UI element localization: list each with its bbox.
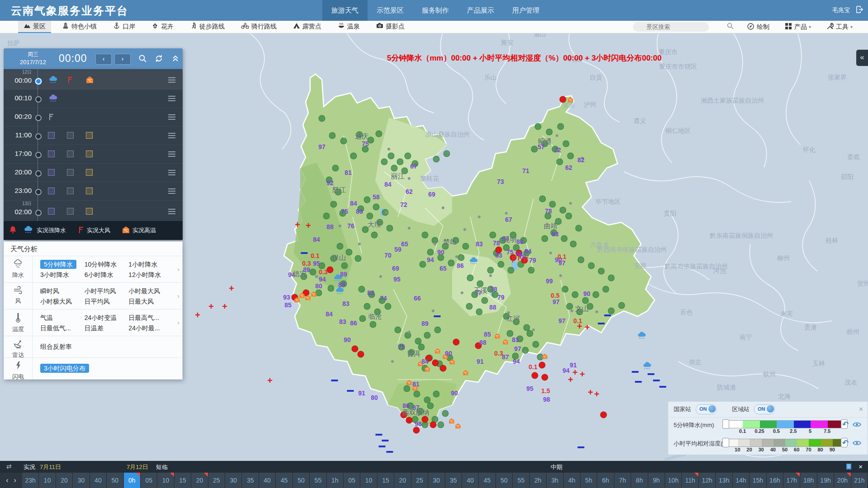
prev-time-button[interactable]: ‹ [95,54,112,65]
search-box[interactable] [633,22,709,32]
timeline-step-16h-44[interactable]: 16h [767,473,783,488]
toolbar-item-4[interactable]: 花卉 [146,21,179,32]
nav-item-4[interactable]: 产品展示 [462,0,500,21]
timeline-radio[interactable] [35,133,42,140]
timeline-step-05-19[interactable]: 05 [344,473,360,488]
row-menu-icon[interactable] [168,209,175,214]
search-input[interactable] [633,23,727,31]
group-expand-chevron[interactable]: › [177,266,179,273]
timeline-step-23h-0[interactable]: 23h [22,473,39,488]
timeline-step-55-29[interactable]: 55 [513,473,529,488]
timeline-next-arrow[interactable]: › [14,476,16,484]
timeline-step-50-5[interactable]: 50 [107,473,123,488]
toolbar-right-item-2[interactable]: 产品▾ [785,23,811,31]
list-view-icon[interactable] [846,463,852,471]
timeline-step-1h-18[interactable]: 1h [327,473,344,488]
timeline-step-30-3[interactable]: 30 [73,473,90,488]
ramp-undo-icon[interactable]: ↶ [842,420,849,429]
timeline-step-15-9[interactable]: 15 [175,473,191,488]
timeline-step-14h-42[interactable]: 14h [733,473,750,488]
timeline-step-35-25[interactable]: 35 [445,473,462,488]
timeline-step-2h-30[interactable]: 2h [530,473,547,488]
collapse-panel-icon[interactable] [171,54,179,65]
analysis-option-5分钟降水[interactable]: 5分钟降水 [40,259,85,270]
timeline-step-8h-36[interactable]: 8h [631,473,648,488]
timeline-step-10h-38[interactable]: 10h [665,473,682,488]
timeline-radio[interactable] [35,189,42,195]
analysis-option-24小时最...[interactable]: 24小时最... [128,323,173,333]
timeline-step-18h-46[interactable]: 18h [800,473,817,488]
analysis-option-日最低气...[interactable]: 日最低气... [40,323,85,333]
toolbar-item-5[interactable]: 徒步路线 [184,21,230,32]
panel-search-icon[interactable] [138,54,147,65]
analysis-option-1小时降水[interactable]: 1小时降水 [128,259,173,270]
user-name[interactable]: 毛兆宝 [832,6,850,14]
ramp-undo-icon[interactable]: ↶ [842,438,849,448]
timeline-step-55-17[interactable]: 55 [310,473,326,488]
group-expand-chevron[interactable]: › [177,292,179,300]
legend-close-icon[interactable]: × [859,405,863,413]
timeline-step-50-28[interactable]: 50 [496,473,513,488]
timeline-step-35-13[interactable]: 35 [242,473,259,488]
station-toggle-2[interactable]: ON [754,404,775,414]
analysis-option-3小时降水[interactable]: 3小时降水 [40,270,85,280]
nav-item-2[interactable]: 示范景区 [371,0,409,21]
timeline-step-13h-41[interactable]: 13h [716,473,732,488]
timeline-step-7h-35[interactable]: 7h [614,473,631,488]
timeline-step-45-15[interactable]: 45 [276,473,292,488]
timeline-prev-arrow[interactable]: ‹ [6,476,8,484]
timeline-step-40-26[interactable]: 40 [462,473,479,488]
toolbar-item-3[interactable]: 口岸 [108,21,141,32]
timeline-step-12h-40[interactable]: 12h [699,473,716,488]
logout-icon[interactable] [855,5,863,15]
toolbar-item-2[interactable]: 特色小镇 [57,21,102,32]
analysis-option-小时平均风[interactable]: 小时平均风 [85,286,129,296]
timeline-step-10-1[interactable]: 10 [39,473,56,488]
timeline-step-0h-6[interactable]: 0h [124,473,141,488]
timeline-step-50-16[interactable]: 50 [293,473,310,488]
toolbar-right-item-3[interactable]: 工具▾ [826,23,853,31]
swap-icon[interactable]: ⇄ [6,463,12,470]
timeline-step-30-24[interactable]: 30 [428,473,445,488]
timeline-step-20-2[interactable]: 20 [56,473,73,488]
timeline-close-icon[interactable]: × [859,463,863,470]
timeline-step-15h-43[interactable]: 15h [750,473,766,488]
toolbar-item-8[interactable]: 温泉 [332,21,365,32]
timeline-step-21h-49[interactable]: 21h [851,473,868,488]
nav-item-5[interactable]: 用户管理 [507,0,545,21]
analysis-option-24小时变温[interactable]: 24小时变温 [85,313,129,323]
timeline-radio[interactable] [35,210,42,216]
toolbar-item-6[interactable]: 骑行路线 [236,21,282,32]
next-time-button[interactable]: › [114,54,131,65]
nav-item-3[interactable]: 服务制作 [416,0,454,21]
timeline-step-9h-37[interactable]: 9h [648,473,665,488]
toolbar-item-7[interactable]: 露营点 [288,21,327,32]
analysis-option-6小时降水[interactable]: 6小时降水 [85,270,129,280]
ramp-visibility-icon[interactable] [853,440,861,448]
timeline-step-20-10[interactable]: 20 [191,473,208,488]
timeline-radio[interactable] [35,170,42,177]
analysis-option-日温差[interactable]: 日温差 [85,323,129,333]
toolbar-item-9[interactable]: 摄影点 [371,21,410,32]
timeline-step-5h-33[interactable]: 5h [580,473,597,488]
ramp-handle-left[interactable] [722,419,729,429]
timeline-step-45-27[interactable]: 45 [479,473,495,488]
refresh-icon[interactable] [155,54,163,65]
timeline-step-3h-31[interactable]: 3h [547,473,563,488]
row-menu-icon[interactable] [168,96,175,101]
analysis-option-日平均风[interactable]: 日平均风 [85,296,129,307]
analysis-option-组合反射率[interactable]: 组合反射率 [40,342,85,352]
analysis-option-日最高气...[interactable]: 日最高气... [128,313,173,323]
timeline-step-20h-48[interactable]: 20h [834,473,851,488]
timeline-step-19h-47[interactable]: 19h [817,473,834,488]
analysis-option-日最大风[interactable]: 日最大风 [128,296,173,307]
analysis-option-小时最大风[interactable]: 小时最大风 [128,286,173,296]
toolbar-right-item-1[interactable]: 绘制 [747,23,769,32]
row-menu-icon[interactable] [168,188,175,194]
collapse-right-panel-tab[interactable]: « [856,50,868,66]
timeline-step-25-11[interactable]: 25 [208,473,225,488]
timeline-step-05-7[interactable]: 05 [141,473,157,488]
analysis-option-气温[interactable]: 气温 [40,313,85,323]
alarm-bell-icon[interactable] [9,225,17,235]
timeline-step-11h-39[interactable]: 11h [682,473,698,488]
